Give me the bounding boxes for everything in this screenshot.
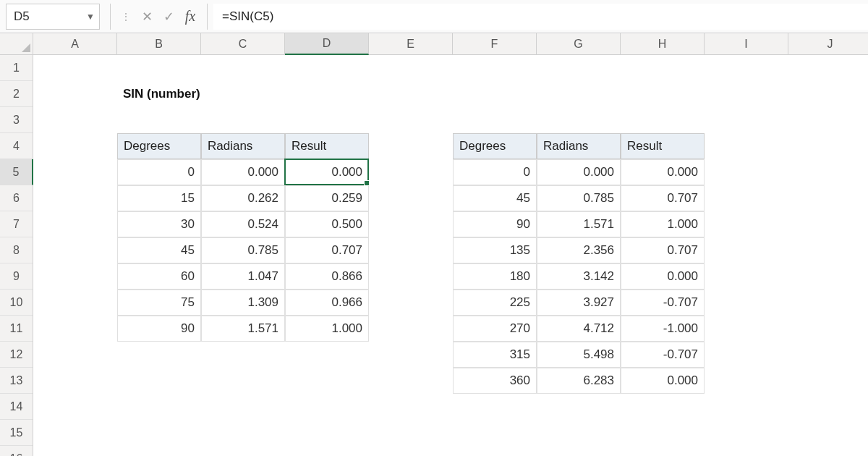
column-header-G[interactable]: G xyxy=(537,33,621,55)
select-all-corner[interactable] xyxy=(0,33,33,55)
table1-cell[interactable]: 0.966 xyxy=(285,290,369,316)
table2-cell[interactable]: 0 xyxy=(453,159,537,185)
name-box[interactable]: D5 ▼ xyxy=(6,4,100,30)
table1-cell[interactable]: 0.000 xyxy=(285,159,369,185)
table2-cell[interactable]: 3.142 xyxy=(537,263,621,290)
table1-cell[interactable]: 90 xyxy=(117,316,201,342)
table1-cell[interactable]: 0.785 xyxy=(201,237,285,263)
table2-cell[interactable]: 45 xyxy=(453,185,537,211)
table2-cell[interactable]: 90 xyxy=(453,211,537,237)
table2-cell[interactable]: -1.000 xyxy=(621,316,705,342)
table1-cell[interactable]: 0.707 xyxy=(285,237,369,263)
column-header-E[interactable]: E xyxy=(369,33,453,55)
row-header-6[interactable]: 6 xyxy=(0,185,33,211)
table1-cell[interactable]: 1.000 xyxy=(285,316,369,342)
fx-icon[interactable]: fx xyxy=(179,4,201,30)
table2-cell[interactable]: 0.707 xyxy=(621,237,705,263)
row-header-16[interactable]: 16 xyxy=(0,446,33,456)
table1-header-1[interactable]: Radians xyxy=(201,133,285,159)
row-header-2[interactable]: 2 xyxy=(0,81,33,107)
row-header-12[interactable]: 12 xyxy=(0,342,33,368)
table1-header-0[interactable]: Degrees xyxy=(117,133,201,159)
table1-header-2[interactable]: Result xyxy=(285,133,369,159)
column-header-H[interactable]: H xyxy=(621,33,705,55)
table2-cell[interactable]: 360 xyxy=(453,368,537,394)
table2-cell[interactable]: 0.707 xyxy=(621,185,705,211)
table2-cell[interactable]: 0.785 xyxy=(537,185,621,211)
row-header-4[interactable]: 4 xyxy=(0,133,33,159)
table1-cell[interactable]: 0.866 xyxy=(285,263,369,290)
column-header-F[interactable]: F xyxy=(453,33,537,55)
table1-cell[interactable]: 0 xyxy=(117,159,201,185)
table1-cell[interactable]: 0.524 xyxy=(201,211,285,237)
table2-cell[interactable]: 0.000 xyxy=(537,159,621,185)
table2-cell[interactable]: 0.000 xyxy=(621,368,705,394)
table2-header-0[interactable]: Degrees xyxy=(453,133,537,159)
column-header-J[interactable]: J xyxy=(788,33,868,55)
table2-cell[interactable]: 0.000 xyxy=(621,263,705,290)
column-headers: ABCDEFGHIJ xyxy=(33,33,868,55)
table2-cell[interactable]: 225 xyxy=(453,290,537,316)
formula-input[interactable]: =SIN(C5) xyxy=(213,4,868,30)
title-cell[interactable]: SIN (number) xyxy=(117,81,201,107)
row-header-3[interactable]: 3 xyxy=(0,107,33,133)
table2-cell[interactable]: 315 xyxy=(453,342,537,368)
name-box-dropdown-icon[interactable]: ▼ xyxy=(86,12,95,22)
table1-cell[interactable]: 75 xyxy=(117,290,201,316)
divider xyxy=(207,4,208,30)
table2-cell[interactable]: 0.000 xyxy=(621,159,705,185)
table1-cell[interactable]: 1.309 xyxy=(201,290,285,316)
table1-cell[interactable]: 1.047 xyxy=(201,263,285,290)
column-header-I[interactable]: I xyxy=(705,33,788,55)
enter-icon[interactable]: ✓ xyxy=(158,4,179,30)
table1-cell[interactable]: 0.000 xyxy=(201,159,285,185)
row-header-9[interactable]: 9 xyxy=(0,263,33,290)
row-header-5[interactable]: 5 xyxy=(0,159,33,185)
table2-cell[interactable]: 135 xyxy=(453,237,537,263)
table2-cell[interactable]: 5.498 xyxy=(537,342,621,368)
table1-cell[interactable]: 0.259 xyxy=(285,185,369,211)
table1-cell[interactable]: 45 xyxy=(117,237,201,263)
row-header-13[interactable]: 13 xyxy=(0,368,33,394)
column-header-C[interactable]: C xyxy=(201,33,285,55)
table1-cell[interactable]: 0.262 xyxy=(201,185,285,211)
divider xyxy=(110,4,111,30)
table2-cell[interactable]: 180 xyxy=(453,263,537,290)
row-header-11[interactable]: 11 xyxy=(0,316,33,342)
table1-cell[interactable]: 0.500 xyxy=(285,211,369,237)
drag-handle-icon: ⋮ xyxy=(116,11,136,22)
table2-cell[interactable]: -0.707 xyxy=(621,290,705,316)
table1-cell[interactable]: 1.571 xyxy=(201,316,285,342)
table2-cell[interactable]: 6.283 xyxy=(537,368,621,394)
name-box-value: D5 xyxy=(14,9,30,24)
table2-cell[interactable]: 4.712 xyxy=(537,316,621,342)
table2-cell[interactable]: 270 xyxy=(453,316,537,342)
table2-cell[interactable]: 1.571 xyxy=(537,211,621,237)
cancel-icon[interactable]: ✕ xyxy=(136,4,158,30)
table2-cell[interactable]: 1.000 xyxy=(621,211,705,237)
row-headers: 12345678910111213141516 xyxy=(0,55,33,456)
table1-cell[interactable]: 15 xyxy=(117,185,201,211)
formula-bar: D5 ▼ ⋮ ✕ ✓ fx =SIN(C5) xyxy=(0,0,868,33)
column-header-A[interactable]: A xyxy=(33,33,117,55)
row-header-14[interactable]: 14 xyxy=(0,394,33,420)
row-header-1[interactable]: 1 xyxy=(0,55,33,81)
table1-cell[interactable]: 30 xyxy=(117,211,201,237)
table2-header-2[interactable]: Result xyxy=(621,133,705,159)
table2-cell[interactable]: 2.356 xyxy=(537,237,621,263)
row-header-7[interactable]: 7 xyxy=(0,211,33,237)
row-header-15[interactable]: 15 xyxy=(0,420,33,446)
column-header-D[interactable]: D xyxy=(285,33,369,55)
row-header-10[interactable]: 10 xyxy=(0,290,33,316)
row-header-8[interactable]: 8 xyxy=(0,237,33,263)
column-header-B[interactable]: B xyxy=(117,33,201,55)
table2-cell[interactable]: -0.707 xyxy=(621,342,705,368)
table2-cell[interactable]: 3.927 xyxy=(537,290,621,316)
table1-cell[interactable]: 60 xyxy=(117,263,201,290)
table2-header-1[interactable]: Radians xyxy=(537,133,621,159)
